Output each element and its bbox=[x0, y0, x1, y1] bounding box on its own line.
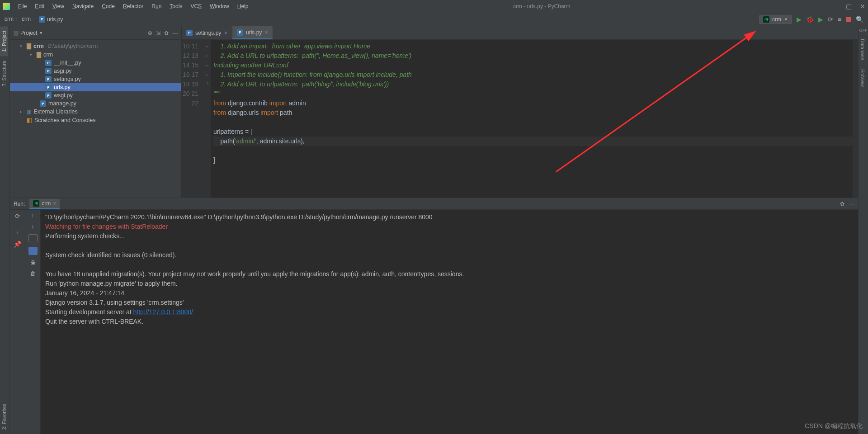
tool-tab-favorites[interactable]: 2: Favorites bbox=[0, 399, 8, 434]
run-title: Run: bbox=[14, 201, 25, 207]
python-file-icon: P bbox=[237, 29, 243, 36]
trash-icon[interactable]: 🗑 bbox=[30, 270, 36, 277]
server-url-link[interactable]: http://127.0.0.1:8000/ bbox=[133, 308, 193, 316]
scratch-icon: ◧ bbox=[27, 117, 32, 123]
breadcrumb-root[interactable]: crm bbox=[5, 16, 22, 23]
maximize-button[interactable]: ▢ bbox=[846, 3, 852, 10]
tree-file[interactable]: Psettings.py bbox=[10, 75, 181, 83]
run-coverage-button[interactable]: ▶ bbox=[818, 16, 823, 23]
close-tab-icon[interactable]: × bbox=[264, 29, 268, 36]
close-button[interactable]: ✕ bbox=[860, 3, 865, 10]
down-icon[interactable]: ↓ bbox=[32, 223, 34, 230]
tool-tab-sciview[interactable]: SciView bbox=[859, 65, 867, 91]
watermark: CSDN @编程抗氧化 bbox=[805, 422, 863, 430]
up-icon[interactable]: ↑ bbox=[32, 212, 34, 219]
editor: P settings.py × P urls.py × 10 11 12 13 … bbox=[182, 26, 858, 198]
tree-scratch[interactable]: ◧Scratches and Consoles bbox=[10, 116, 181, 124]
tree-pkg[interactable]: ▾ ▇ crm bbox=[10, 50, 181, 59]
softwrap-icon[interactable] bbox=[28, 234, 38, 242]
print-icon[interactable]: 🖶 bbox=[30, 259, 36, 266]
hide-icon[interactable]: — bbox=[172, 30, 178, 36]
debug-button[interactable]: 🐞 bbox=[806, 16, 814, 23]
folder-icon: ▇ bbox=[27, 42, 31, 49]
close-tab-icon[interactable]: × bbox=[224, 29, 227, 36]
breadcrumb-file[interactable]: P urls.py bbox=[39, 16, 63, 23]
scroll-to-end-icon[interactable] bbox=[28, 247, 38, 255]
rerun-icon[interactable]: ⟳ bbox=[15, 212, 20, 220]
project-view-chevron-icon[interactable]: ▼ bbox=[39, 31, 43, 35]
django-icon: dj bbox=[33, 200, 39, 207]
update-run-button[interactable]: ⟳ bbox=[828, 16, 833, 23]
locate-icon[interactable]: ⊕ bbox=[148, 30, 152, 36]
inspection-off-badge[interactable]: OFF bbox=[859, 26, 868, 34]
layout-icon[interactable]: ⫞ bbox=[16, 229, 19, 236]
menu-file[interactable]: File bbox=[14, 1, 30, 11]
editor-row: ▤ Project ▼ ⊕ ⇲ ✿ — ▾ ▇ crm D:\study\pyt… bbox=[10, 26, 858, 198]
run-hide-icon[interactable]: — bbox=[849, 201, 854, 207]
python-file-icon: P bbox=[45, 68, 52, 74]
menu-run[interactable]: Run bbox=[148, 1, 165, 11]
tree-file-selected[interactable]: Purls.py bbox=[10, 83, 181, 91]
menu-refactor[interactable]: Refactor bbox=[119, 1, 147, 11]
python-file-icon: P bbox=[45, 92, 52, 99]
menu-navigate[interactable]: Navigate bbox=[69, 1, 97, 11]
menu-code[interactable]: Code bbox=[98, 1, 118, 11]
menu-view[interactable]: View bbox=[49, 1, 68, 11]
expand-arrow-icon[interactable]: ▾ bbox=[20, 44, 24, 48]
code-area[interactable]: 10 11 12 13 14 15 16 17 18 19 20 21 22 ⌐… bbox=[182, 40, 858, 198]
project-tree[interactable]: ▾ ▇ crm D:\study\python\crm ▾ ▇ crm P__i… bbox=[10, 40, 181, 126]
tree-file[interactable]: Pwsgi.py bbox=[10, 91, 181, 99]
run-config-selector[interactable]: dj crm ▼ bbox=[759, 15, 792, 24]
run-config-name: crm bbox=[772, 16, 781, 23]
run-side-actions: ⟳ ⫞ 📌 bbox=[10, 210, 25, 434]
close-tab-icon[interactable]: × bbox=[53, 200, 56, 207]
expand-arrow-icon[interactable]: ▸ bbox=[20, 109, 24, 114]
tool-tab-project[interactable]: 1: Project bbox=[0, 26, 8, 56]
menu-edit[interactable]: Edit bbox=[31, 1, 48, 11]
project-pane-title: Project bbox=[20, 30, 37, 36]
menu-tools[interactable]: Tools bbox=[166, 1, 186, 11]
run-tab-crm[interactable]: dj crm × bbox=[29, 199, 60, 209]
folder-icon: ▇ bbox=[37, 51, 41, 58]
fold-gutter[interactable]: ⌐ ⌐ ⌐ ⌐ └ bbox=[204, 40, 211, 198]
navigation-bar: crm crm P urls.py dj crm ▼ ▶ 🐞 ▶ ⟳ ≡ 🔍 bbox=[0, 13, 868, 26]
left-tool-strip: 1: Project 7: Structure 2: Favorites bbox=[0, 26, 10, 434]
right-tool-strip: OFF Database SciView bbox=[858, 26, 868, 434]
chevron-down-icon: ▼ bbox=[784, 17, 788, 22]
line-gutter: 10 11 12 13 14 15 16 17 18 19 20 21 22 bbox=[182, 40, 204, 198]
tree-root[interactable]: ▾ ▇ crm D:\study\python\crm bbox=[10, 42, 181, 50]
tree-file[interactable]: Pmanage.py bbox=[10, 99, 181, 108]
editor-tabs: P settings.py × P urls.py × bbox=[182, 26, 858, 40]
console-output[interactable]: "D:\python\pycharm\PyCharm 2020.1\bin\ru… bbox=[41, 210, 858, 434]
run-tool-window: Run: dj crm × ✿ — ⟳ ⫞ 📌 ↑ ↓ bbox=[10, 198, 858, 434]
run-settings-icon[interactable]: ✿ bbox=[840, 201, 844, 207]
project-pane: ▤ Project ▼ ⊕ ⇲ ✿ — ▾ ▇ crm D:\study\pyt… bbox=[10, 26, 182, 198]
expand-all-icon[interactable]: ⇲ bbox=[156, 30, 160, 36]
tree-file[interactable]: Pasgi.py bbox=[10, 67, 181, 75]
run-button[interactable]: ▶ bbox=[797, 16, 802, 23]
menu-vcs[interactable]: VCS bbox=[187, 1, 205, 11]
menu-help[interactable]: Help bbox=[234, 1, 252, 11]
stop-button[interactable] bbox=[846, 17, 851, 22]
minimize-button[interactable]: — bbox=[831, 3, 838, 10]
main-area: ▤ Project ▼ ⊕ ⇲ ✿ — ▾ ▇ crm D:\study\pyt… bbox=[10, 26, 858, 434]
library-icon: |||| bbox=[27, 109, 31, 114]
expand-arrow-icon[interactable]: ▾ bbox=[30, 52, 34, 57]
editor-tab-urls[interactable]: P urls.py × bbox=[232, 26, 273, 39]
tree-ext-libs[interactable]: ▸||||External Libraries bbox=[10, 108, 181, 116]
tool-tab-structure[interactable]: 7: Structure bbox=[0, 56, 8, 91]
editor-scrollbar[interactable] bbox=[853, 40, 858, 198]
settings-icon[interactable]: ✿ bbox=[164, 30, 169, 36]
project-collapse-icon[interactable]: ▤ bbox=[14, 30, 19, 36]
code-text[interactable]: 1. Add an import: from other_app.views i… bbox=[211, 40, 858, 198]
tree-file[interactable]: P__init__.py bbox=[10, 59, 181, 67]
main-menu: File Edit View Navigate Code Refactor Ru… bbox=[14, 1, 252, 11]
project-pane-header: ▤ Project ▼ ⊕ ⇲ ✿ — bbox=[10, 26, 181, 40]
run-list-button[interactable]: ≡ bbox=[838, 16, 841, 23]
pin-icon[interactable]: 📌 bbox=[14, 241, 21, 248]
breadcrumb-mid[interactable]: crm bbox=[22, 16, 39, 23]
search-everywhere-button[interactable]: 🔍 bbox=[856, 16, 863, 23]
tool-tab-database[interactable]: Database bbox=[859, 34, 867, 65]
menu-window[interactable]: Window bbox=[206, 1, 233, 11]
editor-tab-settings[interactable]: P settings.py × bbox=[182, 26, 232, 39]
